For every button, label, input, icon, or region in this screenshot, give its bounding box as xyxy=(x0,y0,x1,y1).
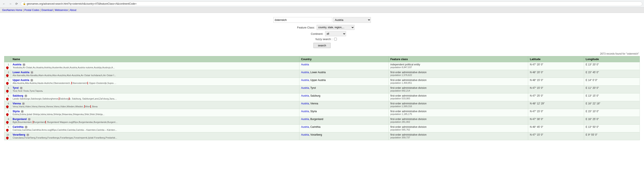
name-link[interactable]: Styria xyxy=(12,110,20,113)
name-link[interactable]: Vienna xyxy=(12,102,21,105)
row-num-text: 10 xyxy=(6,134,9,136)
nav-home[interactable]: GeoNames Home xyxy=(2,9,22,12)
longitude-cell: E 16° 22' 18" xyxy=(584,101,640,109)
feature-class-sub: population 1,576,622 xyxy=(390,74,526,76)
feature-class-cell: first-order administrative divisionpopul… xyxy=(388,78,528,86)
longitude-value: E 13° 15' 0" xyxy=(586,94,599,97)
feature-class-select[interactable]: country, state, region,... xyxy=(317,25,354,30)
search-input[interactable] xyxy=(273,17,332,23)
name-link[interactable]: Tyrol xyxy=(12,86,18,89)
country-link[interactable]: Austria xyxy=(301,86,309,89)
feature-class-sub: population 359,737 xyxy=(390,136,526,139)
longitude-cell: E 16° 25' 0" xyxy=(584,117,640,125)
alt-names: Estiria,Estiria,Ijolati Shtirija,Istiria… xyxy=(12,113,118,116)
row-number: 6 xyxy=(4,101,11,109)
name-cell: Lower Austria W Ala-Itaevalta,Ala-Itaval… xyxy=(11,70,300,78)
browser-toolbar: ← → ⟳ 🔒 geonames.org/advanced-search.htm… xyxy=(0,0,644,8)
name-link[interactable]: Lower Austria xyxy=(12,71,30,74)
country-link[interactable]: Austria xyxy=(301,63,309,66)
nav-download[interactable]: Download xyxy=(42,9,52,12)
url-bar[interactable]: 🔒 geonames.org/advanced-search.html?q=os… xyxy=(20,2,642,6)
latitude-value: N 48° 12' 29" xyxy=(530,102,544,105)
col-feature-class: Feature class xyxy=(388,56,528,62)
nav-about[interactable]: About xyxy=(70,9,76,12)
country-cell: Austria, Salzburg xyxy=(300,93,389,101)
longitude-value: E 13° 50' 0" xyxy=(586,126,599,128)
forward-button[interactable]: → xyxy=(8,2,12,6)
row-number: 3 xyxy=(4,78,11,86)
wiki-icon[interactable]: W xyxy=(20,87,23,90)
wiki-icon[interactable]: W xyxy=(30,71,34,74)
alt-names: Vena,Viana,Viden,Viena,Vienna,Vienne,Vie… xyxy=(12,105,118,108)
search-button[interactable]: search xyxy=(314,43,330,48)
feature-class-cell: first-order administrative divisionpopul… xyxy=(388,93,528,101)
longitude-cell: E 9° 55' 0" xyxy=(584,132,640,140)
row-num-text: 7 xyxy=(8,110,9,113)
name-cell: Carinthia W Carinsia,Carinthia,Carinthia… xyxy=(11,125,300,132)
name-link[interactable]: Upper Austria xyxy=(12,79,29,82)
wiki-icon[interactable]: W xyxy=(26,134,29,136)
country-cell: Austria, Tyrol xyxy=(300,86,389,93)
col-latitude: Latitude xyxy=(528,56,584,62)
fuzzy-checkbox[interactable] xyxy=(334,38,337,41)
latitude-value: N 47° 30' 0" xyxy=(530,118,543,121)
country-link[interactable]: Austria xyxy=(301,118,309,121)
feature-class-text: first-order administrative division xyxy=(390,126,526,128)
wiki-icon[interactable]: W xyxy=(24,94,27,98)
latitude-cell: N 47° 30' 0" xyxy=(528,117,584,125)
back-button[interactable]: ← xyxy=(2,2,6,6)
row-number: 10 xyxy=(4,132,11,140)
wiki-icon[interactable]: W xyxy=(22,102,25,105)
country-cell: Austria xyxy=(300,62,389,70)
search-top-row: Austria xyxy=(273,17,371,23)
name-link[interactable]: Salzburg xyxy=(12,94,23,97)
country-cell: Austria, Burgenland xyxy=(300,117,389,125)
wiki-icon[interactable]: W xyxy=(22,63,26,66)
latitude-value: N 48° 15' 0" xyxy=(530,79,543,82)
fuzzy-row: fuzzy search : xyxy=(307,38,337,41)
alt-names: Alta Austria,Alta Austria,Haute-Autriche… xyxy=(12,82,118,84)
name-cell: Vienna W Vena,Viana,Viden,Viena,Vienna,V… xyxy=(11,101,300,109)
latitude-value: N 47° 15' 0" xyxy=(530,110,543,113)
latitude-cell: N 47° 15' 0" xyxy=(528,109,584,117)
latitude-cell: N 47° 15' 0" xyxy=(528,86,584,93)
nav-webservice[interactable]: Webservice xyxy=(55,9,68,12)
row-number: 1 xyxy=(4,62,11,70)
name-link[interactable]: Burgenland xyxy=(12,118,27,121)
wiki-icon[interactable]: W xyxy=(28,118,31,121)
feature-class-cell: first-order administrative divisionpopul… xyxy=(388,125,528,132)
reload-button[interactable]: ⟳ xyxy=(14,2,19,6)
name-link[interactable]: Carinthia xyxy=(12,126,24,128)
name-link[interactable]: Austria xyxy=(12,63,21,66)
pin-icon xyxy=(6,89,9,93)
wiki-icon[interactable]: W xyxy=(21,110,24,113)
feature-class-cell: first-order administrative divisionpopul… xyxy=(388,101,528,109)
feature-class-sub: population 533,083 xyxy=(390,97,526,100)
feature-class-text: first-order administrative division xyxy=(390,110,526,113)
row-num-text: 2 xyxy=(8,71,9,74)
table-header: Name Country Feature class Latitude Long… xyxy=(4,56,640,62)
site-nav: GeoNames Home | Postal Codes | Download … xyxy=(0,8,644,13)
row-number: 8 xyxy=(4,117,11,125)
country-link[interactable]: Austria xyxy=(301,79,309,82)
country-select[interactable]: Austria xyxy=(333,17,371,23)
country-link[interactable]: Austria xyxy=(301,102,309,105)
country-link[interactable]: Austria xyxy=(301,133,309,136)
records-count: 2673 records found for "osterreich" xyxy=(4,52,640,55)
highlighted-word: Salzburg xyxy=(59,98,69,100)
country-link[interactable]: Austria xyxy=(301,94,309,97)
wiki-icon[interactable]: W xyxy=(24,126,28,129)
continent-select[interactable]: all xyxy=(325,31,346,36)
pin-icon xyxy=(6,74,9,77)
nav-postal[interactable]: Postal Codes xyxy=(24,9,39,12)
country-link[interactable]: Austria xyxy=(301,126,309,128)
name-link[interactable]: Vorarlberg xyxy=(12,133,25,136)
continent-row: Continent: all xyxy=(298,31,346,36)
row-num-text: 3 xyxy=(8,79,9,81)
name-cell: Styria W Estiria,Estiria,Ijolati Shtirij… xyxy=(11,109,300,117)
feature-class-row: Feature Class: country, state, region,..… xyxy=(290,25,354,30)
country-link[interactable]: Austria xyxy=(301,71,309,74)
country-link[interactable]: Austria xyxy=(301,110,309,113)
country-cell: Austria, Carinthia xyxy=(300,125,389,132)
wiki-icon[interactable]: W xyxy=(30,79,33,82)
